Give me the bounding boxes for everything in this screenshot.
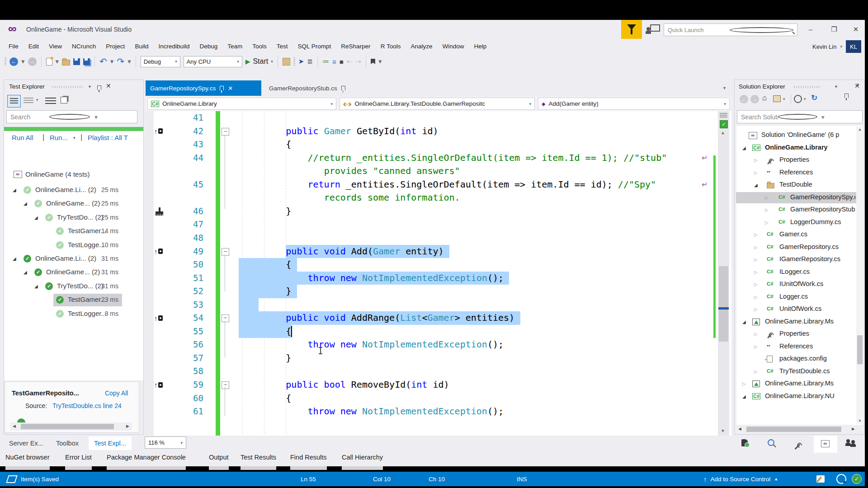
restore-button[interactable]: ❐ xyxy=(827,25,841,33)
scroll-right-icon[interactable]: ▶ xyxy=(126,424,129,428)
fold-collapse-icon[interactable]: – xyxy=(222,381,229,389)
ncrunch-glyph-icon[interactable]: ↑ xyxy=(154,125,163,138)
tree-collapsed-icon[interactable]: ▷ xyxy=(754,257,758,262)
menu-item-project[interactable]: Project xyxy=(101,43,130,50)
tree-collapsed-icon[interactable]: ▷ xyxy=(754,295,758,300)
close-button[interactable]: ✕ xyxy=(849,25,863,33)
stop-icon[interactable]: ■ xyxy=(340,58,344,66)
chevron-down-icon[interactable]: ▾ xyxy=(821,113,859,121)
test-tree-row[interactable]: ✓TestLogger...8 ms xyxy=(5,307,140,321)
tab-find-results[interactable]: Find Results xyxy=(290,454,327,465)
menu-item-file[interactable]: File xyxy=(4,43,24,50)
menu-item-window[interactable]: Window xyxy=(437,43,469,50)
tree-collapsed-icon[interactable]: ▷ xyxy=(765,207,769,212)
team-explorer-icon[interactable] xyxy=(846,439,857,446)
list-icon[interactable]: ≔ xyxy=(322,57,329,66)
overflow-icon[interactable]: » xyxy=(856,81,859,88)
tree-collapsed-icon[interactable]: ▷ xyxy=(754,270,758,275)
scroll-left-icon[interactable]: ◀ xyxy=(13,424,16,428)
solution-tree-row[interactable]: ▷OnlineGame.Library.Ms xyxy=(736,378,856,390)
navigate-backward-dropdown[interactable]: ▾ xyxy=(21,57,25,66)
menu-item-test[interactable]: Test xyxy=(272,43,293,50)
test-tree-row[interactable]: ◢✓OnlineGame... (2)25 ms xyxy=(5,197,140,211)
resharper-filter-icon[interactable] xyxy=(621,20,642,39)
test-tree-row[interactable]: ✓TestGamer...23 ms xyxy=(5,293,140,307)
redo-icon[interactable]: ↷ xyxy=(117,56,124,67)
tree-expanded-icon[interactable]: ◢ xyxy=(742,145,746,150)
solution-tree-row[interactable]: ▷▪-▪References xyxy=(736,341,856,353)
scrollbar-thumb[interactable] xyxy=(21,424,114,429)
fold-collapse-icon[interactable]: – xyxy=(222,314,229,322)
solution-search-input[interactable]: Search Solution Explorer (Ctr ▾ xyxy=(737,110,863,123)
copy-all-link[interactable]: Copy All xyxy=(105,389,128,397)
tab-toolbox[interactable]: Toolbox xyxy=(56,436,79,450)
pin-icon[interactable] xyxy=(341,86,345,90)
tab-output[interactable]: Output xyxy=(209,454,229,465)
scrollbar-thumb[interactable] xyxy=(857,335,863,364)
chevron-down-icon[interactable]: ▾ xyxy=(94,113,133,121)
minimize-button[interactable]: – xyxy=(804,25,817,33)
member-dropdown[interactable]: ⬥ Add(Gamer entity) ▾ xyxy=(538,98,730,110)
save-icon[interactable] xyxy=(73,58,80,65)
redo-dropdown[interactable]: ▾ xyxy=(127,57,131,66)
tree-collapsed-icon[interactable]: ▷ xyxy=(754,158,758,163)
solution-tree-row[interactable]: ▷C#IGamerRepository.cs xyxy=(736,253,856,266)
tab-server-ex-[interactable]: Server Ex... xyxy=(9,436,43,450)
solution-tree-row[interactable]: ▷C#GamerRepositoryStub.cs xyxy=(736,204,856,216)
panel-menu-dropdown-icon[interactable]: ▼ xyxy=(834,84,838,89)
feedback-pencil-icon[interactable] xyxy=(816,472,825,486)
tree-collapsed-icon[interactable]: ▷ xyxy=(754,245,758,250)
tree-expanded-icon[interactable]: ◢ xyxy=(34,284,38,289)
menu-item-ncrunch[interactable]: NCrunch xyxy=(67,43,101,50)
tab-gamerrepositorystub[interactable]: GamerRepositoryStub.cs xyxy=(264,80,350,96)
tab-nuget-browser[interactable]: NuGet browser xyxy=(5,454,50,465)
project-dropdown[interactable]: C# OnlineGame.Library ▾ xyxy=(147,98,336,110)
solution-explorer-tab-active[interactable]: ∞ xyxy=(814,436,837,453)
tab-test-expl-[interactable]: Test Expl... xyxy=(89,436,132,450)
solution-tree-row[interactable]: ▷C#GamerRepository.cs xyxy=(736,241,856,254)
properties-wrench-icon[interactable] xyxy=(794,441,801,449)
platform-combo[interactable]: Any CPU▾ xyxy=(184,56,242,67)
step-forward-icon[interactable]: ⇢ xyxy=(355,57,361,66)
tree-collapsed-icon[interactable]: ▷ xyxy=(754,170,758,175)
test-tree-row[interactable]: ∞OnlineGame (4 tests) xyxy=(5,168,140,182)
menu-item-tools[interactable]: Tools xyxy=(247,43,272,50)
scrollbar-thumb[interactable] xyxy=(719,266,728,342)
source-link[interactable]: TryTestDouble.cs line 24 xyxy=(52,402,137,409)
menu-item-help[interactable]: Help xyxy=(469,43,491,50)
menu-item-incredibuild[interactable]: Incredibuild xyxy=(153,43,194,50)
navigate-backward-icon[interactable]: ← xyxy=(9,57,18,66)
zoom-control[interactable]: 116 % ▾ xyxy=(145,436,186,449)
solution-tree-row[interactable]: ▷Properties xyxy=(736,154,856,167)
tree-collapsed-icon[interactable]: ▷ xyxy=(765,195,769,200)
scroll-left-icon[interactable]: ◀ xyxy=(738,427,741,431)
menu-item-sql-prompt[interactable]: SQL Prompt xyxy=(293,43,336,50)
bookmark-icon[interactable] xyxy=(371,59,375,64)
run-link[interactable]: Run... xyxy=(50,134,68,141)
scroll-down-icon[interactable]: ▼ xyxy=(721,428,725,433)
horizontal-scrollbar[interactable]: ◀ ▶ xyxy=(736,426,857,433)
ncrunch-spy-icon[interactable] xyxy=(836,472,846,486)
tab-test-results[interactable]: Test Results xyxy=(241,454,276,465)
refresh-icon[interactable]: ↻ xyxy=(811,93,817,103)
split-editor-icon[interactable] xyxy=(720,113,727,117)
menu-item-build[interactable]: Build xyxy=(130,43,153,50)
fold-collapse-icon[interactable]: – xyxy=(222,248,229,256)
debug-target-combo[interactable]: Debug▾ xyxy=(141,56,180,67)
run-settings-icon[interactable] xyxy=(45,98,56,104)
scroll-down-icon[interactable]: ▼ xyxy=(858,419,862,423)
tab-package-manager-console[interactable]: Package Manager Console xyxy=(107,454,186,465)
vertical-scrollbar[interactable]: ▲ ▼ xyxy=(856,127,863,424)
ncrunch-glyph-icon[interactable]: ↑ xyxy=(154,245,163,258)
undo-dropdown[interactable]: ▾ xyxy=(110,57,114,66)
test-tree-row[interactable]: ◢✓OnlineGame.Li... (2)25 ms xyxy=(5,183,140,197)
avatar[interactable]: KL xyxy=(846,40,861,53)
tree-collapsed-icon[interactable]: ▷ xyxy=(754,332,758,337)
solution-tree-row[interactable]: packages.config xyxy=(736,353,856,366)
user-name[interactable]: Kevin Lin xyxy=(812,43,836,50)
tree-collapsed-icon[interactable]: ▷ xyxy=(754,282,758,287)
solution-tree-row[interactable]: ◢TestDouble xyxy=(736,179,856,192)
step-backward-icon[interactable]: ⇠ xyxy=(347,57,353,66)
group-by-button[interactable] xyxy=(7,95,21,108)
group-by-alt-icon[interactable] xyxy=(24,98,33,104)
